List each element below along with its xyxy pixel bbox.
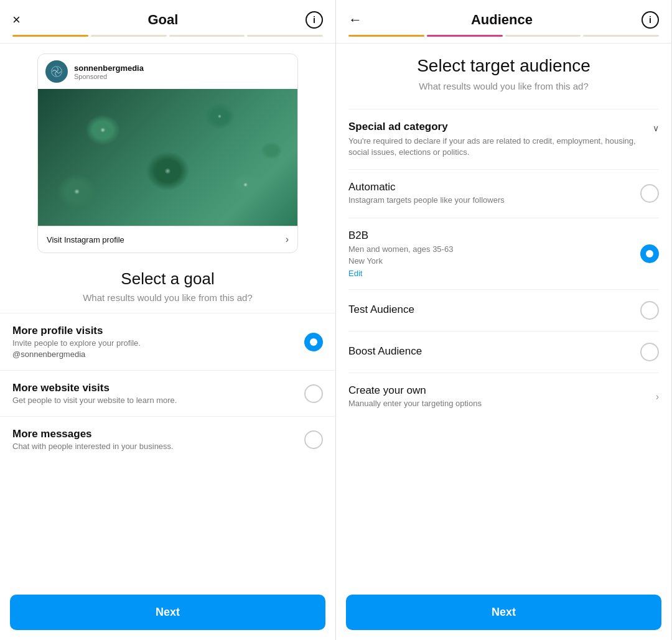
audience-option-automatic[interactable]: Automatic Instagram targets people like … [348, 169, 659, 217]
audience-subtitle: What results would you like from this ad… [348, 81, 659, 91]
audience-next-button[interactable]: Next [346, 595, 661, 630]
goal-website-visits-radio[interactable] [304, 384, 323, 403]
audience-progress-seg-4 [583, 35, 659, 37]
goal-messages-desc: Chat with people interested in your busi… [12, 442, 304, 451]
audience-option-boost[interactable]: Boost Audience [348, 331, 659, 373]
special-category-row[interactable]: Special ad category You're required to d… [348, 109, 659, 169]
ad-cta-text: Visit Instagram profile [47, 235, 124, 244]
automatic-title: Automatic [348, 181, 640, 193]
goal-website-visits-title: More website visits [12, 382, 304, 394]
goal-profile-visits-handle: @sonnenbergmedia [12, 350, 304, 359]
goal-website-visits-desc: Get people to visit your website to lear… [12, 396, 304, 405]
ad-chevron-icon: › [286, 234, 289, 245]
goal-messages-title: More messages [12, 428, 304, 440]
b2b-edit-link[interactable]: Edit [348, 269, 640, 278]
goal-profile-visits-title: More profile visits [12, 325, 304, 337]
automatic-radio[interactable] [640, 184, 659, 203]
audience-panel: ← Audience i Select target audience What… [336, 0, 672, 640]
audience-header: ← Audience i [336, 0, 671, 35]
create-own-desc: Manually enter your targeting options [348, 398, 656, 409]
goal-messages-radio[interactable] [304, 430, 323, 449]
goal-options-list: More profile visits Invite people to exp… [0, 313, 335, 588]
goal-panel: × Goal i sonnenbergmedia Sponsored [0, 0, 336, 640]
special-category-chevron-down-icon: ∨ [653, 123, 659, 133]
ad-account-info: sonnenbergmedia Sponsored [74, 63, 144, 80]
progress-seg-3 [169, 35, 245, 37]
audience-info-button[interactable]: i [642, 11, 659, 29]
progress-seg-2 [91, 35, 167, 37]
audience-progress-seg-2 [427, 35, 503, 37]
goal-title: Goal [147, 12, 178, 28]
audience-create-own-row[interactable]: Create your own Manually enter your targ… [348, 373, 659, 420]
audience-progress-seg-3 [505, 35, 581, 37]
ad-image [38, 89, 297, 226]
ad-footer: Visit Instagram profile › [38, 226, 297, 253]
ad-avatar [45, 60, 68, 83]
b2b-title: B2B [348, 230, 640, 242]
info-button[interactable]: i [306, 11, 323, 29]
audience-progress-bar [348, 35, 659, 43]
audience-option-test[interactable]: Test Audience [348, 289, 659, 331]
b2b-desc: Men and women, ages 35-63New York [348, 243, 640, 267]
select-goal-title: Select a goal [0, 269, 335, 289]
create-own-title: Create your own [348, 384, 656, 397]
ad-card-header: sonnenbergmedia Sponsored [38, 54, 297, 89]
goal-option-profile-visits[interactable]: More profile visits Invite people to exp… [0, 313, 335, 370]
automatic-desc: Instagram targets people like your follo… [348, 195, 640, 206]
ad-username: sonnenbergmedia [74, 63, 144, 73]
progress-seg-4 [247, 35, 323, 37]
goal-option-messages[interactable]: More messages Chat with people intereste… [0, 416, 335, 462]
close-button[interactable]: × [12, 12, 21, 28]
goal-header: × Goal i [0, 0, 335, 35]
boost-audience-title: Boost Audience [348, 345, 640, 358]
goal-option-website-visits[interactable]: More website visits Get people to visit … [0, 370, 335, 416]
audience-title: Audience [471, 12, 533, 28]
goal-next-button[interactable]: Next [10, 595, 325, 630]
b2b-radio[interactable] [640, 244, 659, 263]
boost-audience-radio[interactable] [640, 343, 659, 361]
ad-preview-card: sonnenbergmedia Sponsored Visit Instagra… [37, 53, 298, 253]
goal-progress-bar [12, 35, 323, 43]
special-category-desc: You're required to declare if your ads a… [348, 136, 653, 158]
audience-progress-seg-1 [348, 35, 424, 37]
test-audience-radio[interactable] [640, 301, 659, 320]
create-own-chevron-right-icon: › [656, 391, 659, 402]
goal-profile-visits-desc: Invite people to explore your profile. [12, 338, 304, 348]
audience-option-b2b[interactable]: B2B Men and women, ages 35-63New York Ed… [348, 218, 659, 289]
progress-seg-1 [12, 35, 88, 37]
test-audience-title: Test Audience [348, 304, 640, 316]
goal-profile-visits-radio[interactable] [304, 333, 323, 351]
special-category-title: Special ad category [348, 121, 653, 133]
header-divider [0, 43, 335, 44]
audience-main-title: Select target audience [348, 56, 659, 76]
audience-content: Select target audience What results woul… [336, 44, 671, 588]
select-goal-subtitle: What results would you like from this ad… [0, 292, 335, 303]
ad-sponsored: Sponsored [74, 73, 144, 80]
back-button[interactable]: ← [348, 12, 362, 28]
